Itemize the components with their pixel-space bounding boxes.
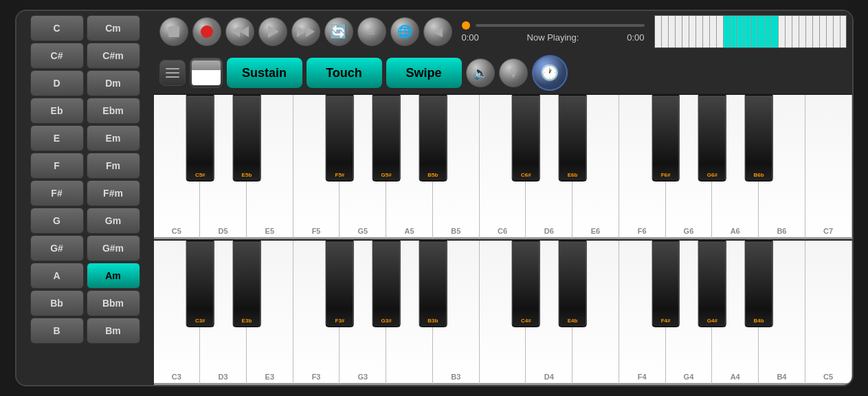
metronome-button[interactable]: 🕐: [532, 55, 568, 91]
play-button[interactable]: [258, 17, 287, 46]
minor-key-btn[interactable]: C#m: [87, 43, 140, 69]
black-key[interactable]: G3#: [372, 241, 401, 327]
black-key[interactable]: B6b: [745, 95, 773, 182]
black-key[interactable]: G4#: [698, 241, 726, 327]
black-key-label: E6b: [568, 173, 578, 178]
key-label: C6: [498, 227, 507, 235]
black-key-label: F5#: [335, 173, 345, 178]
volume-icon: 🔈: [473, 65, 488, 80]
major-key-btn[interactable]: F#: [30, 180, 84, 206]
time-start: 0:00: [462, 32, 479, 43]
app-container: CCmC#C#mDDmEbEbmEEmFFmF#F#mGGmG#G#mAAmBb…: [15, 10, 854, 386]
minor-key-btn[interactable]: Em: [87, 125, 140, 151]
menu-button[interactable]: [159, 60, 186, 86]
black-key[interactable]: B5b: [419, 95, 447, 182]
progress-dot: [462, 21, 470, 30]
minor-key-btn[interactable]: Bbm: [87, 290, 140, 316]
key-row: BBm: [19, 318, 151, 344]
key-label: C5: [172, 227, 181, 235]
black-key[interactable]: E6b: [559, 95, 587, 182]
black-key[interactable]: E4b: [559, 241, 587, 327]
black-key-label: G6#: [707, 173, 717, 178]
major-key-btn[interactable]: C: [30, 15, 84, 41]
major-key-btn[interactable]: Bb: [30, 290, 84, 316]
minor-key-btn[interactable]: Bm: [87, 318, 140, 344]
white-key[interactable]: C5: [805, 241, 852, 385]
major-key-btn[interactable]: F: [30, 153, 84, 179]
minor-key-btn[interactable]: Cm: [87, 15, 140, 41]
black-key[interactable]: C6#: [512, 95, 540, 182]
key-label: B5: [451, 227, 460, 235]
black-key-label: C5#: [195, 173, 205, 178]
back-button[interactable]: ◀: [423, 17, 452, 46]
minor-key-btn[interactable]: G#m: [87, 235, 140, 261]
major-key-btn[interactable]: A: [30, 263, 84, 289]
black-key-label: B5b: [427, 173, 438, 178]
black-key[interactable]: C3#: [186, 241, 214, 327]
black-key[interactable]: G5#: [372, 95, 401, 182]
mic-button[interactable]: 🎙: [499, 58, 528, 87]
black-key[interactable]: E5b: [233, 95, 261, 182]
black-key-label: C3#: [195, 318, 205, 324]
black-key[interactable]: E3b: [233, 241, 261, 327]
minor-key-btn[interactable]: Gm: [87, 208, 140, 234]
rewind-icon: [231, 26, 249, 37]
swipe-tab[interactable]: Swipe: [386, 58, 462, 88]
major-key-btn[interactable]: D: [30, 70, 84, 96]
major-key-btn[interactable]: C#: [30, 43, 84, 69]
key-row: C#C#m: [19, 43, 151, 69]
rewind-button[interactable]: [225, 17, 254, 46]
minor-key-btn[interactable]: F#m: [87, 180, 140, 206]
eq-icon: ≡: [368, 25, 375, 39]
black-key[interactable]: C5#: [186, 95, 214, 182]
black-key[interactable]: B4b: [745, 241, 773, 327]
key-label: E6: [591, 227, 600, 235]
black-key-label: G4#: [707, 318, 717, 324]
stop-button[interactable]: [159, 17, 188, 46]
stop-icon: [168, 26, 179, 37]
black-key[interactable]: F4#: [652, 241, 680, 327]
piano-icon-button[interactable]: [190, 58, 223, 88]
black-key[interactable]: C4#: [512, 241, 540, 327]
transport-bar: 🔄 ≡ 🌐 ◀ 0: [154, 11, 852, 52]
black-key-label: B6b: [753, 173, 764, 178]
eq-button[interactable]: ≡: [357, 17, 386, 46]
record-button[interactable]: [192, 17, 221, 46]
major-key-btn[interactable]: E: [30, 125, 84, 151]
major-key-btn[interactable]: G#: [30, 235, 84, 261]
key-label: D6: [544, 227, 554, 235]
minor-key-btn[interactable]: Am: [87, 263, 140, 289]
touch-tab[interactable]: Touch: [307, 58, 382, 88]
volume-button[interactable]: 🔈: [466, 58, 495, 87]
key-row: DDm: [19, 70, 151, 96]
black-key[interactable]: F3#: [326, 241, 354, 327]
progress-row: [462, 21, 645, 30]
white-key[interactable]: C7: [805, 95, 852, 239]
upper-keyboard-row: C5D5E5F5G5A5B5C6D6E6F6G6A6B6C7C5#E5bF5#G…: [154, 94, 852, 239]
fastforward-button[interactable]: [291, 17, 320, 46]
black-key[interactable]: F6#: [652, 95, 680, 182]
key-label: A5: [405, 227, 414, 235]
menu-icon: [166, 76, 179, 78]
key-label: G5: [357, 227, 368, 235]
keyboard-area: C5D5E5F5G5A5B5C6D6E6F6G6A6B6C7C5#E5bF5#G…: [154, 94, 852, 385]
black-key-label: E5b: [242, 173, 252, 178]
key-label: F3: [312, 373, 321, 381]
sustain-tab[interactable]: Sustain: [227, 58, 302, 88]
mic-icon: 🎙: [507, 66, 520, 80]
major-key-btn[interactable]: B: [30, 318, 84, 344]
globe-button[interactable]: 🌐: [390, 17, 419, 46]
black-key[interactable]: B3b: [419, 241, 447, 327]
minor-key-btn[interactable]: Dm: [87, 70, 140, 96]
black-key-label: C6#: [521, 173, 531, 178]
black-key-label: G5#: [381, 173, 392, 178]
loop-icon: 🔄: [330, 23, 347, 40]
black-key[interactable]: F5#: [326, 95, 354, 182]
black-key[interactable]: G6#: [698, 95, 726, 182]
minor-key-btn[interactable]: Ebm: [87, 98, 140, 124]
minor-key-btn[interactable]: Fm: [87, 153, 140, 179]
major-key-btn[interactable]: G: [30, 208, 84, 234]
major-key-btn[interactable]: Eb: [30, 98, 84, 124]
loop-button[interactable]: 🔄: [324, 17, 353, 46]
progress-track[interactable]: [476, 24, 645, 27]
